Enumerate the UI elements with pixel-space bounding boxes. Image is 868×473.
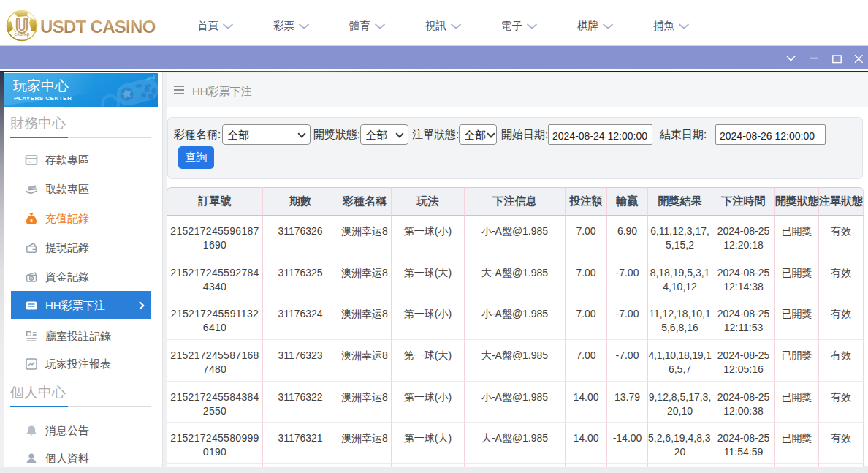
svg-text:CASINO: CASINO xyxy=(14,33,29,37)
